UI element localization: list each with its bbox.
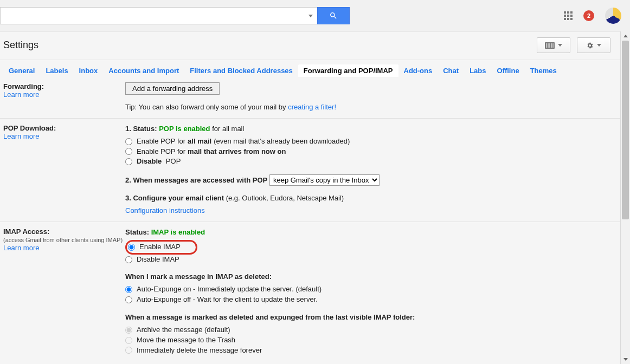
input-method-button[interactable] [537, 37, 570, 53]
tab-offline[interactable]: Offline [491, 64, 524, 77]
imap-subheading: (access Gmail from other clients using I… [3, 237, 123, 243]
tab-inbox[interactable]: Inbox [74, 64, 104, 77]
expunged-archive-radio[interactable] [125, 327, 132, 334]
tab-addons[interactable]: Add-ons [398, 64, 438, 77]
pop-access-label: 2. When messages are accessed with POP [125, 176, 267, 184]
vertical-scrollbar[interactable] [620, 31, 630, 364]
imap-status-label: Status: [125, 228, 151, 236]
top-bar: 2 [0, 0, 630, 32]
pop-learn-more-link[interactable]: Learn more [3, 132, 39, 140]
pop-heading: POP Download: [3, 124, 56, 132]
search-box [0, 7, 318, 24]
tab-accounts[interactable]: Accounts and Import [103, 64, 184, 77]
tab-labs[interactable]: Labs [464, 64, 491, 77]
pop-configure-label: 3. Configure your email client [125, 194, 224, 202]
search-button[interactable] [317, 7, 350, 24]
search-input[interactable] [1, 9, 304, 23]
imap-enable-radio[interactable] [128, 244, 135, 251]
expunged-trash-radio[interactable] [125, 337, 132, 344]
pop-status-suffix: for all mail [210, 125, 245, 133]
notifications-badge[interactable]: 2 [583, 10, 594, 21]
caret-down-icon [308, 15, 313, 17]
google-apps-icon[interactable] [564, 11, 573, 20]
auto-expunge-on-radio[interactable] [125, 286, 132, 293]
tab-general[interactable]: General [3, 64, 40, 77]
imap-status-value: IMAP is enabled [151, 228, 205, 236]
tab-forwarding-pop-imap[interactable]: Forwarding and POP/IMAP [298, 64, 398, 77]
scroll-down-icon[interactable] [621, 355, 630, 364]
tab-chat[interactable]: Chat [438, 64, 464, 77]
page-title: Settings [3, 40, 38, 51]
settings-content: Forwarding: Learn more Add a forwarding … [0, 77, 630, 364]
title-row: Settings [0, 32, 630, 56]
pop-enable-new-radio[interactable] [125, 148, 132, 155]
add-forwarding-address-button[interactable]: Add a forwarding address [125, 82, 220, 95]
pop-status-label: 1. Status: [125, 125, 159, 133]
section-pop: POP Download: Learn more 1. Status: POP … [0, 119, 630, 222]
settings-gear-button[interactable] [577, 37, 610, 53]
pop-enable-all-radio[interactable] [125, 138, 132, 145]
imap-heading: IMAP Access: [3, 227, 49, 236]
search-options-dropdown[interactable] [304, 8, 317, 23]
caret-down-icon [597, 44, 601, 47]
forwarding-tip-text: Tip: You can also forward only some of y… [125, 103, 288, 111]
search-icon [329, 11, 338, 20]
pop-configuration-link[interactable]: Configuration instructions [125, 206, 205, 214]
pop-disable-radio[interactable] [125, 158, 132, 165]
pop-status-value: POP is enabled [159, 125, 210, 133]
settings-tabs: General Labels Inbox Accounts and Import… [0, 60, 630, 77]
scroll-thumb[interactable] [622, 41, 629, 219]
gear-icon [586, 42, 594, 49]
forwarding-heading: Forwarding: [3, 82, 44, 90]
forwarding-learn-more-link[interactable]: Learn more [3, 90, 39, 99]
avatar[interactable] [605, 8, 621, 24]
keyboard-icon [545, 42, 555, 49]
title-right-controls [537, 37, 627, 53]
caret-down-icon [558, 44, 562, 47]
expunged-delete-radio[interactable] [125, 347, 132, 354]
section-imap: IMAP Access: (access Gmail from other cl… [0, 222, 630, 364]
create-filter-link[interactable]: creating a filter! [288, 103, 336, 111]
tab-themes[interactable]: Themes [525, 64, 562, 77]
imap-disable-radio[interactable] [125, 256, 132, 263]
scroll-up-icon[interactable] [621, 31, 630, 41]
section-forwarding: Forwarding: Learn more Add a forwarding … [0, 77, 630, 119]
auto-expunge-off-radio[interactable] [125, 296, 132, 303]
page: Settings General Labels Inbox Accounts a… [0, 32, 630, 364]
pop-access-select[interactable]: keep Gmail's copy in the Inbox [269, 174, 380, 186]
tab-filters[interactable]: Filters and Blocked Addresses [184, 64, 298, 77]
imap-expunged-heading: When a message is marked as deleted and … [125, 313, 415, 321]
imap-deleted-heading: When I mark a message in IMAP as deleted… [125, 272, 272, 281]
imap-learn-more-link[interactable]: Learn more [3, 244, 39, 252]
tab-labels[interactable]: Labels [40, 64, 73, 77]
top-right-controls: 2 [564, 8, 621, 24]
enable-imap-callout: Enable IMAP [125, 240, 197, 255]
